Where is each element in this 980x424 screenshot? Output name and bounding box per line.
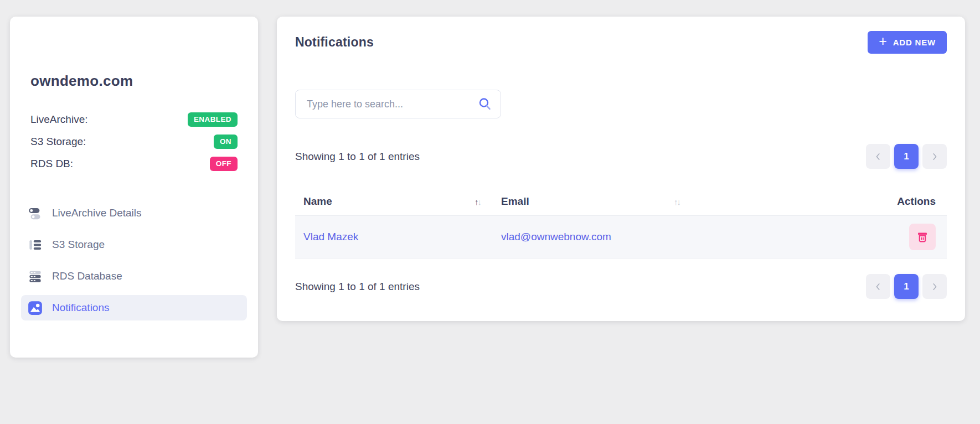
status-row-rds: RDS DB: OFF [30, 153, 238, 175]
sort-email[interactable]: Email ↑↓ [501, 195, 692, 208]
row-name-link[interactable]: Vlad Mazek [295, 231, 493, 243]
delete-button[interactable] [909, 224, 936, 250]
sidebar-item-label: S3 Storage [52, 239, 105, 251]
status-badge: ENABLED [188, 112, 238, 127]
page-title: Notifications [295, 35, 374, 50]
table-info-top: Showing 1 to 1 of 1 entries 1 [295, 144, 947, 169]
status-label: S3 Storage: [30, 136, 86, 148]
sidebar-item-notifications[interactable]: Notifications [21, 295, 247, 320]
pagination-next-button[interactable] [922, 274, 947, 299]
column-label: Actions [897, 195, 936, 207]
domain-title: owndemo.com [30, 73, 247, 90]
status-badge: OFF [210, 157, 238, 171]
pagination-bottom: 1 [866, 274, 947, 299]
sidebar-item-label: LiveArchive Details [52, 207, 142, 219]
search-icon[interactable] [478, 97, 492, 111]
server-icon [28, 269, 43, 284]
sidebar-item-rds-database[interactable]: RDS Database [21, 263, 247, 289]
status-label: RDS DB: [30, 158, 73, 170]
sidebar-item-label: RDS Database [52, 270, 122, 282]
column-header-name: Name ↑↓ [295, 195, 493, 208]
add-new-button[interactable]: + ADD NEW [868, 31, 947, 54]
row-actions [692, 224, 947, 250]
sidebar-item-livearchive-details[interactable]: LiveArchive Details [21, 200, 247, 226]
sort-name[interactable]: Name ↑↓ [303, 195, 493, 208]
status-label: LiveArchive: [30, 113, 88, 126]
pagination-prev-button[interactable] [866, 144, 890, 169]
sort-icon: ↑↓ [474, 197, 481, 206]
toggles-icon [28, 206, 43, 221]
entries-summary: Showing 1 to 1 of 1 entries [295, 151, 420, 163]
pagination-top: 1 [866, 144, 947, 169]
status-list: LiveArchive: ENABLED S3 Storage: ON RDS … [30, 108, 238, 175]
sort-icon: ↑↓ [674, 197, 680, 206]
search-box [295, 90, 501, 118]
notifications-panel: Notifications + ADD NEW Showing 1 to 1 o… [277, 17, 965, 321]
table-row: Vlad Mazek vlad@ownwebnow.com [295, 215, 947, 258]
status-row-s3: S3 Storage: ON [30, 131, 238, 153]
column-header-actions: Actions [692, 195, 947, 208]
pagination-page-1-button[interactable]: 1 [894, 144, 919, 169]
sidebar-menu: LiveArchive Details S3 Storage [21, 200, 247, 320]
pagination-next-button[interactable] [922, 144, 947, 169]
column-label: Email [501, 195, 529, 208]
notifications-table: Name ↑↓ Email ↑↓ Actions Vlad Mazek vlad… [295, 188, 947, 258]
status-row-livearchive: LiveArchive: ENABLED [30, 108, 238, 131]
search-input[interactable] [295, 90, 501, 118]
page-layout: owndemo.com LiveArchive: ENABLED S3 Stor… [0, 0, 980, 358]
list-icon [28, 237, 43, 252]
chevron-right-icon [930, 282, 940, 292]
status-badge: ON [214, 135, 238, 149]
site-sidebar-card: owndemo.com LiveArchive: ENABLED S3 Stor… [10, 17, 258, 358]
plus-icon: + [879, 34, 887, 48]
table-header-row: Name ↑↓ Email ↑↓ Actions [295, 188, 947, 215]
sidebar-item-s3-storage[interactable]: S3 Storage [21, 232, 247, 257]
panel-header: Notifications + ADD NEW [295, 25, 947, 59]
table-info-bottom: Showing 1 to 1 of 1 entries 1 [295, 274, 947, 299]
chevron-left-icon [873, 152, 883, 162]
add-new-label: ADD NEW [893, 38, 936, 47]
column-label: Name [303, 195, 332, 208]
pagination-page-1-button[interactable]: 1 [894, 274, 919, 299]
entries-summary: Showing 1 to 1 of 1 entries [295, 281, 420, 293]
column-header-email: Email ↑↓ [493, 195, 692, 208]
pagination-prev-button[interactable] [866, 274, 890, 299]
row-email-link[interactable]: vlad@ownwebnow.com [493, 231, 692, 243]
trash-icon [916, 230, 929, 244]
chevron-right-icon [930, 152, 940, 162]
sidebar-item-label: Notifications [52, 302, 110, 314]
chevron-left-icon [873, 282, 883, 292]
image-icon [28, 301, 43, 316]
